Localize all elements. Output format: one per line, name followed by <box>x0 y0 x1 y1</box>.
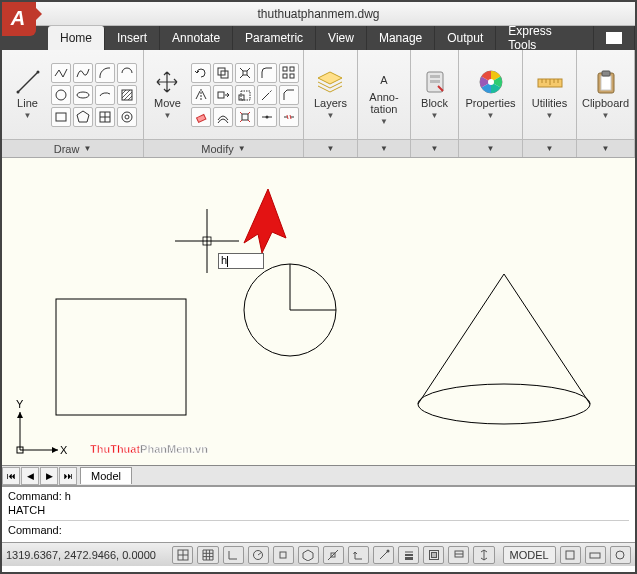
shape-cone <box>418 274 590 424</box>
panel-block-expand[interactable]: ▼ <box>411 139 458 157</box>
tab-parametric[interactable]: Parametric <box>233 26 316 50</box>
ucs-icon: X Y <box>16 398 68 456</box>
spline-button[interactable] <box>73 63 93 83</box>
svg-point-26 <box>265 115 268 118</box>
trim-button[interactable] <box>235 63 255 83</box>
panel-clipboard-expand[interactable]: ▼ <box>577 139 634 157</box>
svg-point-5 <box>77 92 89 98</box>
tab-manage[interactable]: Manage <box>367 26 435 50</box>
rotate-button[interactable] <box>191 63 211 83</box>
mirror-button[interactable] <box>191 85 211 105</box>
status-extra-3[interactable] <box>610 546 631 564</box>
block-icon <box>421 69 449 95</box>
tab-insert[interactable]: Insert <box>105 26 160 50</box>
panel-draw-title[interactable]: Draw▼ <box>2 139 143 157</box>
line-icon <box>15 69 41 95</box>
array-button[interactable] <box>279 63 299 83</box>
snap-button[interactable] <box>172 546 193 564</box>
point-button[interactable] <box>95 107 115 127</box>
tab-express-tools[interactable]: Express Tools <box>496 26 594 50</box>
chamfer-button[interactable] <box>279 85 299 105</box>
utilities-button[interactable]: Utilities▼ <box>526 67 573 122</box>
move-icon <box>154 69 180 95</box>
dynamic-input[interactable]: h <box>218 253 264 269</box>
lwt-button[interactable] <box>398 546 419 564</box>
tab-nav-last[interactable]: ⏭ <box>59 467 77 485</box>
panel-annotation-expand[interactable]: ▼ <box>358 139 410 157</box>
tab-email[interactable] <box>594 26 635 50</box>
offset-button[interactable] <box>213 107 233 127</box>
tab-nav-next[interactable]: ▶ <box>40 467 58 485</box>
break-button[interactable] <box>279 107 299 127</box>
fillet-button[interactable] <box>257 63 277 83</box>
dyn-button[interactable] <box>373 546 394 564</box>
otrack-button[interactable] <box>323 546 344 564</box>
ellipse-button[interactable] <box>73 85 93 105</box>
command-line[interactable]: Command: h HATCH Command: <box>2 486 635 542</box>
svg-point-32 <box>488 79 494 85</box>
arc2-button[interactable] <box>117 63 137 83</box>
svg-rect-25 <box>242 114 248 120</box>
modelspace-button[interactable]: MODEL <box>503 546 556 564</box>
erase-button[interactable] <box>191 107 211 127</box>
clipboard-button[interactable]: Clipboard▼ <box>576 67 635 122</box>
panel-modify-title[interactable]: Modify▼ <box>144 139 303 157</box>
sc-button[interactable] <box>473 546 494 564</box>
panel-clipboard: Clipboard▼ ▼ <box>577 50 635 157</box>
copy-button[interactable] <box>213 63 233 83</box>
block-button[interactable]: Block▼ <box>415 67 455 122</box>
qp-button[interactable] <box>448 546 469 564</box>
svg-rect-19 <box>283 74 287 78</box>
ortho-button[interactable] <box>223 546 244 564</box>
properties-button[interactable]: Properties▼ <box>459 67 521 122</box>
svg-rect-17 <box>283 67 287 71</box>
tab-view[interactable]: View <box>316 26 367 50</box>
line-button[interactable]: Line ▼ <box>9 67 47 122</box>
tab-annotate[interactable]: Annotate <box>160 26 233 50</box>
grid-button[interactable] <box>197 546 218 564</box>
tab-nav-first[interactable]: ⏮ <box>2 467 20 485</box>
annotation-label: Anno- tation <box>369 91 398 115</box>
app-menu-button[interactable]: A <box>0 0 36 36</box>
ellipse-arc-button[interactable] <box>95 85 115 105</box>
move-button[interactable]: Move ▼ <box>148 67 187 122</box>
osnap-button[interactable] <box>273 546 294 564</box>
join-button[interactable] <box>257 107 277 127</box>
svg-point-75 <box>616 551 624 559</box>
status-extra-2[interactable] <box>585 546 606 564</box>
svg-rect-73 <box>566 551 574 559</box>
tab-output[interactable]: Output <box>435 26 496 50</box>
donut-button[interactable] <box>117 107 137 127</box>
extend-button[interactable] <box>257 85 277 105</box>
stretch-button[interactable] <box>213 85 233 105</box>
clipboard-icon <box>592 69 620 95</box>
3dosnap-button[interactable] <box>298 546 319 564</box>
svg-text:Y: Y <box>16 398 24 410</box>
polyline-button[interactable] <box>51 63 71 83</box>
arc-button[interactable] <box>95 63 115 83</box>
svg-rect-16 <box>243 71 247 75</box>
drawing-canvas[interactable]: X Y h ThuThuatPhanMem.vn <box>2 158 635 466</box>
text-icon: A <box>370 63 398 89</box>
svg-rect-40 <box>601 76 611 90</box>
model-tab[interactable]: Model <box>80 467 132 484</box>
layers-button[interactable]: Layers▼ <box>308 67 353 122</box>
panel-utilities-expand[interactable]: ▼ <box>523 139 576 157</box>
tab-nav-prev[interactable]: ◀ <box>21 467 39 485</box>
annotation-button[interactable]: A Anno- tation▼ <box>363 61 404 128</box>
panel-layers-expand[interactable]: ▼ <box>304 139 357 157</box>
panel-properties-expand[interactable]: ▼ <box>459 139 522 157</box>
ducs-button[interactable] <box>348 546 369 564</box>
polygon-button[interactable] <box>73 107 93 127</box>
tpy-button[interactable] <box>423 546 444 564</box>
svg-rect-18 <box>290 67 294 71</box>
polar-button[interactable] <box>248 546 269 564</box>
circle-button[interactable] <box>51 85 71 105</box>
rectangle-button[interactable] <box>51 107 71 127</box>
hatch-button[interactable] <box>117 85 137 105</box>
status-extra-1[interactable] <box>560 546 581 564</box>
scale-button[interactable] <box>235 85 255 105</box>
tab-home[interactable]: Home <box>48 26 105 50</box>
explode-button[interactable] <box>235 107 255 127</box>
title-bar: A thuthuatphanmem.dwg <box>2 2 635 26</box>
